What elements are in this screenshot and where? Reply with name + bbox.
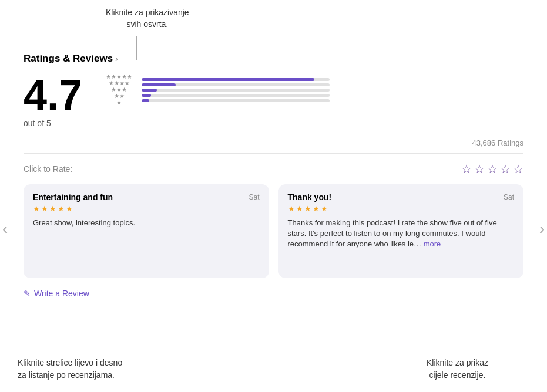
out-of-label: out of 5: [24, 119, 94, 128]
nav-arrow-left[interactable]: ‹: [2, 219, 8, 238]
rate-star-3[interactable]: ☆: [487, 162, 498, 176]
tooltip-bottom-right: Kliknite za prikaz cijele recenzije.: [427, 357, 488, 381]
bars-container: [142, 78, 523, 102]
reviews-row: Entertaining and fun Sat ★ ★ ★ ★ ★ Great…: [24, 184, 523, 278]
rate-star-4[interactable]: ☆: [500, 162, 511, 176]
section-chevron: ›: [115, 54, 118, 63]
tooltip-top-line1: Kliknite za prikazivanje: [106, 8, 189, 17]
review-card-1[interactable]: Entertaining and fun Sat ★ ★ ★ ★ ★ Great…: [24, 184, 269, 278]
rate-star-5[interactable]: ☆: [513, 162, 523, 176]
bar-row-2: [142, 94, 523, 97]
bar-fill-5: [142, 78, 314, 81]
review-stars-1: ★ ★ ★ ★ ★: [33, 204, 260, 213]
bar-fill-1: [142, 99, 149, 102]
rate-star-2[interactable]: ☆: [474, 162, 485, 176]
big-rating: 4.7 out of 5: [24, 74, 94, 128]
review-stars-2: ★ ★ ★ ★ ★: [288, 204, 515, 213]
tooltip-bottom-left: Kliknite strelice lijevo i desno za list…: [18, 357, 122, 381]
stars-bars: ★★★★★ ★★★★ ★★★ ★★ ★: [106, 74, 523, 106]
bar-bg-2: [142, 94, 330, 97]
review-date-2: Sat: [504, 193, 514, 201]
nav-arrow-right[interactable]: ›: [539, 219, 545, 238]
star-row-1: ★: [116, 100, 122, 106]
star-icon-group: ★★★★★ ★★★★ ★★★ ★★ ★: [106, 74, 132, 106]
review-card-2[interactable]: Thank you! Sat ★ ★ ★ ★ ★ Thanks for maki…: [278, 184, 524, 278]
tooltip-bottom-left-line1: Kliknite strelice lijevo i desno: [18, 358, 122, 367]
click-to-rate-label: Click to Rate:: [24, 164, 72, 174]
divider: [24, 153, 523, 154]
review-title-1: Entertaining and fun: [33, 192, 113, 202]
review-more-link[interactable]: more: [424, 239, 441, 248]
review-title-2: Thank you!: [288, 192, 332, 202]
review-header-2: Thank you! Sat: [288, 192, 515, 202]
section-header[interactable]: Ratings & Reviews ›: [24, 53, 523, 65]
star-row-3: ★★★: [111, 87, 127, 93]
write-review-icon: ✎: [24, 289, 31, 298]
bar-row-1: [142, 99, 523, 102]
section-title: Ratings & Reviews: [24, 53, 113, 65]
write-review-button[interactable]: ✎ Write a Review: [24, 289, 523, 298]
review-header-1: Entertaining and fun Sat: [33, 192, 260, 202]
bar-fill-3: [142, 89, 157, 92]
rate-stars[interactable]: ☆ ☆ ☆ ☆ ☆: [461, 162, 523, 176]
big-rating-number: 4.7: [24, 74, 94, 116]
ratings-count: 43,686 Ratings: [24, 138, 523, 147]
bar-row-5: [142, 78, 523, 81]
tooltip-bottom-right-line1: Kliknite za prikaz: [427, 358, 488, 367]
bar-bg-1: [142, 99, 330, 102]
star-row-5: ★★★★★: [106, 74, 132, 80]
tooltip-bottom-left-line2: za listanje po recenzijama.: [18, 370, 115, 380]
tooltip-top-line2: svih osvrta.: [126, 19, 168, 29]
review-date-1: Sat: [249, 193, 259, 201]
bar-bg-5: [142, 78, 330, 81]
tooltip-bottom-right-line-indicator: [444, 311, 444, 334]
bar-row-4: [142, 83, 523, 86]
review-body-text-2: Thanks for making this podcast! I rate t…: [288, 218, 497, 248]
bar-fill-4: [142, 83, 176, 86]
rate-star-1[interactable]: ☆: [461, 162, 472, 176]
write-review-label: Write a Review: [34, 289, 89, 298]
star-row-4: ★★★★: [109, 80, 130, 86]
star-row-2: ★★: [114, 93, 125, 99]
bar-bg-3: [142, 89, 330, 92]
ratings-row: 4.7 out of 5 ★★★★★ ★★★★ ★★★ ★★: [24, 74, 523, 128]
bar-bg-4: [142, 83, 330, 86]
bar-row-3: [142, 89, 523, 92]
review-body-1: Great show, interesting topics.: [33, 218, 260, 228]
main-content: Ratings & Reviews › 4.7 out of 5 ★★★★★ ★…: [24, 53, 523, 298]
bar-fill-2: [142, 94, 151, 97]
tooltip-bottom-right-line2: cijele recenzije.: [429, 370, 486, 380]
click-to-rate-row: Click to Rate: ☆ ☆ ☆ ☆ ☆: [24, 162, 523, 176]
tooltip-top: Kliknite za prikazivanje svih osvrta.: [106, 7, 189, 30]
review-body-2: Thanks for making this podcast! I rate t…: [288, 218, 515, 250]
